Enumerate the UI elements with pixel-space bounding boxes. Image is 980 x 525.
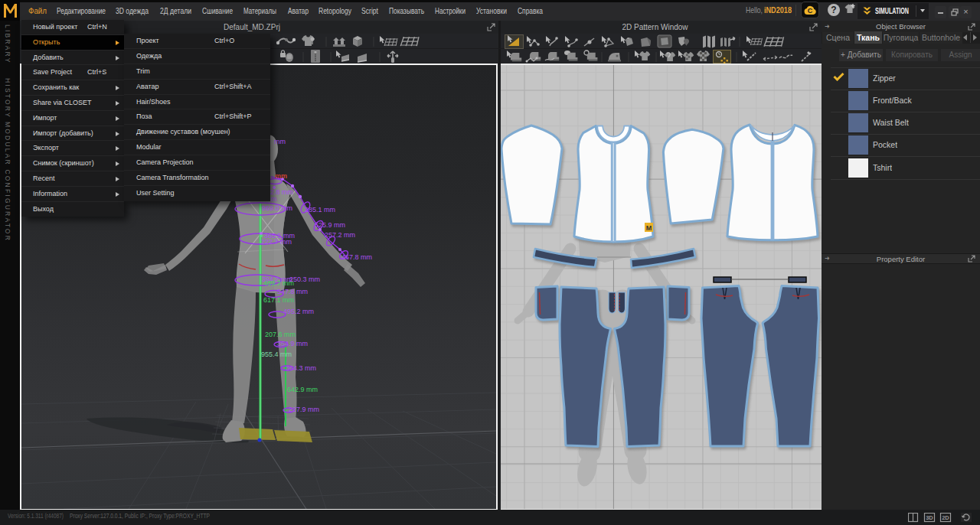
svg-text:Файл: Файл <box>28 6 47 15</box>
svg-text:C: C <box>808 7 813 15</box>
svg-text:3D одежда: 3D одежда <box>116 6 149 15</box>
svg-text:Установки: Установки <box>476 6 507 15</box>
svg-text:mm: mm <box>275 172 287 180</box>
svg-text:SIMULATION: SIMULATION <box>875 7 909 15</box>
svg-text:Hello,: Hello, <box>746 5 763 15</box>
svg-text:227.9 mm: 227.9 mm <box>289 406 319 413</box>
svg-text:Аватар: Аватар <box>288 6 309 15</box>
svg-text:222.7 mm: 222.7 mm <box>261 238 292 246</box>
svg-text:525.9 mm: 525.9 mm <box>315 221 345 229</box>
svg-text:969.0 mm: 969.0 mm <box>262 204 292 212</box>
svg-text:364.3 mm: 364.3 mm <box>286 364 316 372</box>
svg-text:Version: 5.1.311 (r44087): Version: 5.1.311 (r44087) <box>8 512 64 520</box>
svg-text:617.1 mm: 617.1 mm <box>263 296 294 304</box>
svg-text:Справка: Справка <box>518 6 544 15</box>
svg-text:Script: Script <box>361 6 378 15</box>
svg-text:Настройки: Настройки <box>435 6 466 15</box>
svg-text:Сшивание: Сшивание <box>202 6 233 15</box>
svg-text:495.2 mm: 495.2 mm <box>283 308 314 315</box>
svg-text:2D: 2D <box>942 514 949 521</box>
svg-text:Proxy Server:127.0.0.1, Public: Proxy Server:127.0.0.1, Public IP:, Prox… <box>70 512 210 520</box>
svg-text:3D: 3D <box>926 514 933 521</box>
svg-text:547.8 mm: 547.8 mm <box>277 288 308 295</box>
svg-text:642.9 mm: 642.9 mm <box>287 386 318 393</box>
svg-text:Retopology: Retopology <box>318 6 351 15</box>
svg-text:354.9 mm: 354.9 mm <box>277 340 308 347</box>
svg-text:Показывать: Показывать <box>389 6 424 15</box>
svg-text:m: m <box>271 195 277 203</box>
svg-text:285.1 mm: 285.1 mm <box>305 206 335 214</box>
svg-text:257.2 mm: 257.2 mm <box>325 231 355 239</box>
svg-text:Редактирование: Редактирование <box>57 6 106 15</box>
svg-text:207.6 mm: 207.6 mm <box>265 331 296 338</box>
svg-text:2Д детали: 2Д детали <box>160 6 191 15</box>
svg-text:955.4 mm: 955.4 mm <box>261 351 292 358</box>
svg-text:489.7 mm: 489.7 mm <box>263 279 294 287</box>
svg-text:Материалы: Материалы <box>243 6 276 15</box>
svg-text:iND2018: iND2018 <box>764 5 792 15</box>
svg-text:M: M <box>646 224 652 232</box>
svg-text:467.8 mm: 467.8 mm <box>341 253 372 261</box>
svg-text:mm: mm <box>274 138 286 145</box>
